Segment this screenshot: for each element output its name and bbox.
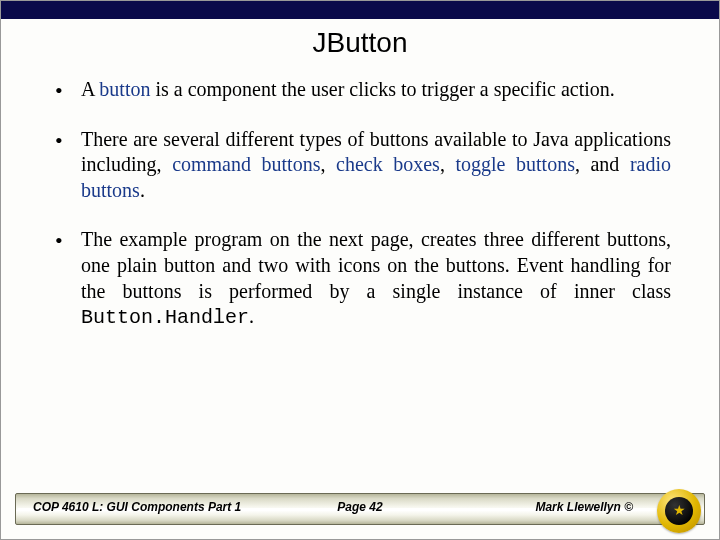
text: .	[140, 179, 145, 201]
slide: JButton A button is a component the user…	[0, 0, 720, 540]
text: A	[81, 78, 99, 100]
term-check-boxes: check boxes	[336, 153, 440, 175]
bullet-1: A button is a component the user clicks …	[49, 77, 671, 103]
term-toggle-buttons: toggle buttons	[455, 153, 574, 175]
text: , and	[575, 153, 630, 175]
term-button: button	[99, 78, 150, 100]
star-icon: ★	[673, 504, 686, 518]
slide-body: A button is a component the user clicks …	[49, 77, 671, 355]
top-band	[1, 1, 719, 19]
bullet-3: The example program on the next page, cr…	[49, 227, 671, 330]
slide-title: JButton	[1, 27, 719, 59]
text: The example program on the next page, cr…	[81, 228, 671, 301]
text: is a component the user clicks to trigge…	[150, 78, 614, 100]
bullet-2: There are several different types of but…	[49, 127, 671, 204]
text: ,	[320, 153, 336, 175]
ucf-logo: ★	[657, 489, 701, 533]
code-buttonhandler: Button.Handler	[81, 306, 249, 329]
footer: COP 4610 L: GUI Components Part 1 Page 4…	[1, 489, 719, 539]
text: .	[249, 305, 254, 327]
text: ,	[440, 153, 456, 175]
footer-right: Mark Llewellyn ©	[535, 500, 633, 514]
term-command-buttons: command buttons	[172, 153, 320, 175]
